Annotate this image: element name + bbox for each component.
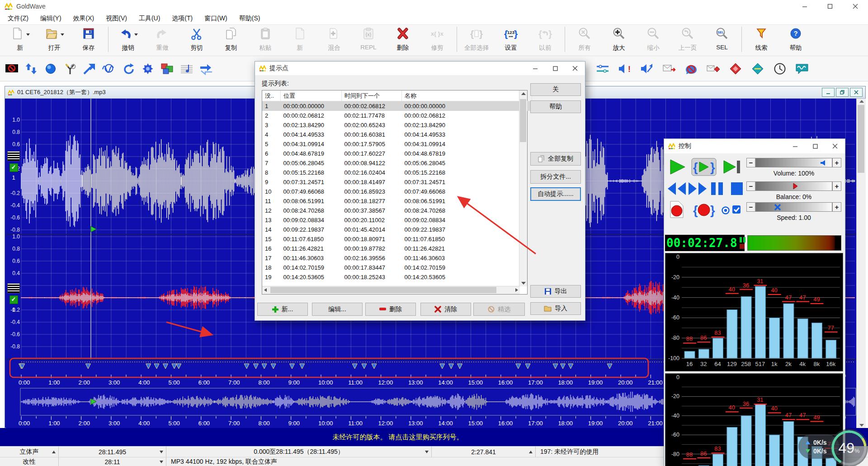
dropdown-down-icon[interactable] bbox=[160, 451, 163, 453]
toolbar-button-保存-2[interactable]: 保存 bbox=[71, 25, 106, 55]
menu-item-0[interactable]: 文件(Z) bbox=[2, 13, 34, 24]
cue-row[interactable]: 1600:11:26.4282100:00:19.8778200:11:26.4… bbox=[262, 244, 532, 253]
cue-row[interactable]: 200:00:02.0681200:02:11.7747800:00:02.06… bbox=[262, 111, 532, 120]
device-monitor-icon[interactable] bbox=[5, 62, 19, 76]
wave-restore-button[interactable] bbox=[836, 88, 849, 97]
expand-arrow-icon[interactable] bbox=[82, 62, 97, 76]
cue-row[interactable]: 1700:11:46.3060300:02:16.3955600:11:46.3… bbox=[262, 253, 532, 263]
play-to-end-button[interactable] bbox=[722, 158, 742, 176]
toolbar-button-设置-14[interactable]: {}123•••设置 bbox=[494, 25, 528, 55]
scroll-down-icon[interactable] bbox=[859, 424, 864, 427]
volume-shaper-icon[interactable] bbox=[595, 62, 610, 76]
wave-minimize-button[interactable] bbox=[822, 88, 835, 97]
auto-cue-button[interactable]: 自动提示...... bbox=[530, 187, 581, 201]
license-banner-text[interactable]: 未经许可的版本。 请点击这里购买序列号。 bbox=[190, 433, 606, 442]
scroll-down-icon[interactable] bbox=[521, 282, 526, 285]
swap-arrows-icon[interactable] bbox=[199, 62, 213, 76]
column-header-1[interactable]: 位置 bbox=[281, 90, 342, 101]
cue-row[interactable]: 800:05:15.2216800:02:16.0240400:05:15.22… bbox=[262, 168, 532, 177]
toolbar-button-剪切-5[interactable]: 剪切 bbox=[179, 25, 214, 55]
column-header-3[interactable]: 名称 bbox=[402, 90, 532, 101]
control-minimize-button[interactable] bbox=[785, 139, 805, 153]
cue-list-vscrollbar[interactable] bbox=[519, 90, 527, 286]
dropdown-down-icon[interactable] bbox=[425, 451, 429, 453]
color-windows-icon[interactable] bbox=[160, 62, 175, 76]
volume-plus-button[interactable]: + bbox=[832, 158, 841, 167]
dropdown-down-icon[interactable] bbox=[160, 461, 163, 463]
channel-enabled-checkbox[interactable]: ✓ bbox=[9, 295, 18, 304]
cue-list[interactable]: 没..位置时间到下一个名称100:00:00.0000000:00:02.068… bbox=[262, 90, 528, 295]
rewind-button[interactable] bbox=[667, 181, 687, 196]
menu-item-1[interactable]: 编辑(Y) bbox=[34, 13, 67, 24]
dropdown-up-icon[interactable] bbox=[529, 451, 533, 453]
clock-icon[interactable] bbox=[773, 62, 787, 76]
wave-zoom-icon[interactable] bbox=[102, 62, 116, 76]
diamond-teal-icon[interactable] bbox=[750, 62, 765, 76]
wave-close-button[interactable] bbox=[850, 88, 863, 97]
toolbar-button-撤销-3[interactable]: 撤销 bbox=[111, 25, 145, 55]
status-selection[interactable]: 0.000至28:11.495（28:11.495） bbox=[166, 447, 432, 457]
cue-row[interactable]: 1900:14:20.5360500:00:18.2524300:14:20.5… bbox=[262, 272, 532, 282]
chat-wave-icon[interactable] bbox=[795, 62, 809, 76]
sphere-blue-icon[interactable] bbox=[43, 62, 58, 76]
updown-arrows-icon[interactable] bbox=[24, 62, 38, 76]
gear-star-icon[interactable] bbox=[141, 62, 155, 76]
toolbar-button-新-0[interactable]: 新 bbox=[3, 25, 37, 55]
column-header-2[interactable]: 时间到下一个 bbox=[342, 90, 402, 101]
unmix-splitter-icon[interactable] bbox=[63, 62, 77, 76]
play-button[interactable] bbox=[668, 158, 688, 176]
dropdown-up-icon[interactable] bbox=[52, 451, 56, 453]
scrollbar-thumb[interactable] bbox=[520, 99, 526, 142]
toolbar-button-放大-17[interactable]: 放大 bbox=[602, 25, 636, 55]
menu-item-4[interactable]: 工具(U) bbox=[133, 13, 166, 24]
scroll-right-icon[interactable] bbox=[515, 288, 518, 292]
music-score-icon[interactable] bbox=[179, 62, 194, 76]
app-maximize-button[interactable] bbox=[817, 0, 843, 13]
menu-item-2[interactable]: 效果(X) bbox=[67, 13, 100, 24]
record-mode-radio[interactable] bbox=[721, 206, 730, 215]
cue-row[interactable]: 500:04:31.0991400:00:17.5790500:04:31.09… bbox=[262, 139, 532, 149]
cue-row[interactable]: 600:04:48.6781900:00:17.6022700:04:48.67… bbox=[262, 149, 532, 158]
help-button[interactable]: 帮助 bbox=[530, 100, 581, 113]
edit-cue-button[interactable]: 编辑... bbox=[312, 303, 363, 316]
cue-row[interactable]: 400:04:14.4953300:00:16.6038100:04:14.49… bbox=[262, 130, 532, 139]
mute-notice-icon[interactable] bbox=[684, 62, 698, 76]
balance-marker-icon[interactable] bbox=[793, 183, 798, 190]
close-button[interactable]: 关 bbox=[530, 83, 581, 96]
wave-vertical-scrollbar[interactable] bbox=[856, 99, 866, 428]
scroll-up-icon[interactable] bbox=[521, 92, 526, 95]
cue-row[interactable]: 300:02:13.8429000:02:00.6524300:02:13.84… bbox=[262, 120, 532, 130]
cue-row[interactable]: 1000:07:49.6606800:00:16.8592300:07:49.6… bbox=[262, 187, 532, 196]
pause-button[interactable] bbox=[710, 181, 724, 196]
scroll-up-icon[interactable] bbox=[859, 100, 864, 103]
column-header-0[interactable]: 没.. bbox=[262, 90, 281, 101]
export-button[interactable]: 导出 bbox=[530, 285, 581, 298]
status-length[interactable]: 28:11.495 bbox=[59, 447, 166, 457]
speed-minus-button[interactable]: − bbox=[746, 202, 755, 212]
toolbar-button-打开-1[interactable]: 打开 bbox=[37, 25, 71, 55]
cue-row[interactable]: 1100:08:06.5199100:00:18.1827700:08:06.5… bbox=[262, 196, 532, 206]
record-button[interactable] bbox=[668, 200, 686, 219]
toolbar-button-SEL-20[interactable]: SELSEL bbox=[705, 25, 739, 55]
channel-enabled-checkbox[interactable]: ✓ bbox=[9, 163, 18, 172]
channel-1-bottom-selector[interactable]: ✓ 1 bbox=[7, 283, 20, 313]
copy-all-button[interactable]: 全部复制 bbox=[530, 152, 581, 166]
channel-1-top-selector[interactable]: ✓ 1 bbox=[7, 151, 20, 181]
menu-item-6[interactable]: 窗口(W) bbox=[198, 13, 233, 24]
cue-row[interactable]: 700:05:06.2804500:00:08.9412200:05:06.28… bbox=[262, 158, 532, 168]
app-minimize-button[interactable] bbox=[792, 0, 817, 13]
menu-item-3[interactable]: 视图(V) bbox=[100, 13, 133, 24]
diamond-red-icon[interactable] bbox=[728, 62, 743, 76]
volume-minus-button[interactable]: − bbox=[746, 158, 755, 167]
mail-send-icon[interactable] bbox=[662, 62, 676, 76]
new-cue-button[interactable]: 新... bbox=[257, 303, 308, 316]
scrollbar-thumb[interactable] bbox=[270, 287, 496, 293]
balance-track[interactable] bbox=[755, 181, 832, 191]
balance-minus-button[interactable]: − bbox=[746, 181, 755, 191]
scroll-left-icon[interactable] bbox=[264, 288, 267, 292]
toolbar-button-帮助-22[interactable]: ?帮助 bbox=[778, 25, 813, 55]
volume-track[interactable] bbox=[755, 158, 832, 167]
app-close-button[interactable] bbox=[843, 0, 868, 13]
toolbar-button-删除-11[interactable]: 删除 bbox=[386, 25, 420, 55]
stop-button[interactable] bbox=[730, 181, 744, 196]
